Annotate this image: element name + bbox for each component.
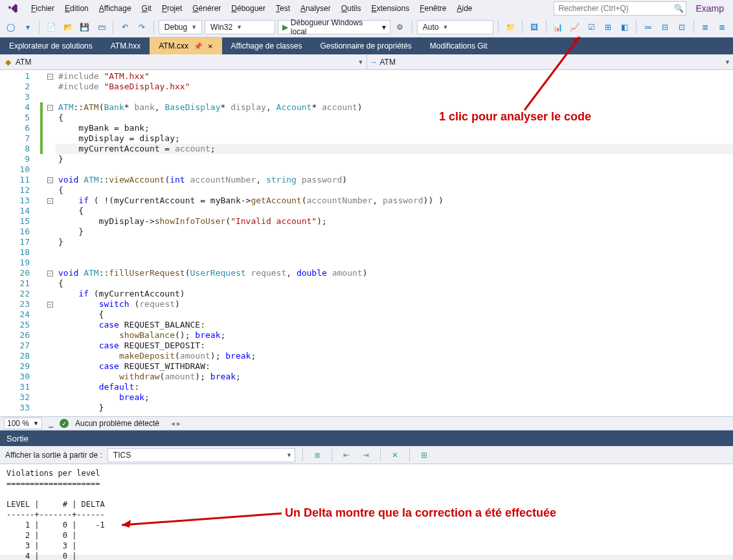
menu-bar: FichierEditionAffichageGitProjetGénérerD… (0, 0, 733, 17)
redo-icon[interactable]: ↷ (135, 20, 149, 34)
tool-icon-8[interactable]: ⊡ (675, 20, 689, 34)
output-title-bar: Sortie (0, 431, 733, 446)
search-icon[interactable]: 🔍 (671, 4, 686, 13)
editor-nav-bar: ◆ ATM ▼ → ATM ▼ (0, 54, 733, 70)
output-btn-2[interactable]: ⇤ (339, 448, 354, 462)
line-numbers: 1234567891011121314151617181920212223242… (0, 70, 39, 416)
play-icon: ▶ (282, 23, 288, 32)
tab-explorateur-de-solutions[interactable]: Explorateur de solutions (0, 38, 102, 54)
menu-générer[interactable]: Générer (187, 2, 226, 15)
output-text[interactable]: Violations per level ===================… (0, 464, 733, 555)
issue-text: Aucun problème détecté (75, 419, 159, 428)
output-btn-5[interactable]: ⊞ (417, 448, 431, 462)
nav-member-combo[interactable]: → ATM ▼ (367, 54, 734, 69)
analyze-icon-2[interactable]: 📈 (567, 20, 581, 34)
platform-combo[interactable]: Win32▼ (205, 20, 275, 34)
tool-icon-9[interactable]: ≣ (699, 20, 713, 34)
save-icon[interactable]: 💾 (78, 20, 92, 34)
undo-icon[interactable]: ↶ (118, 20, 132, 34)
document-tabs: Explorateur de solutionsATM.hxxATM.cxx📌×… (0, 38, 733, 54)
arrow-icon: → (370, 58, 378, 67)
tool-icon-7[interactable]: ⊟ (658, 20, 672, 34)
output-source-combo[interactable]: TICS▼ (107, 448, 295, 462)
divider: ⎯ (49, 419, 53, 428)
nav-scope-combo[interactable]: ◆ ATM ▼ (0, 54, 367, 69)
debug-settings-icon[interactable]: ⚙ (393, 20, 407, 34)
code-editor[interactable]: 1234567891011121314151617181920212223242… (0, 70, 733, 416)
output-from-label: Afficher la sortie à partir de : (5, 451, 102, 460)
tab-modifications-git[interactable]: Modifications Git (421, 38, 497, 54)
tab-gestionnaire-de-propriétés[interactable]: Gestionnaire de propriétés (311, 38, 420, 54)
menu-analyser[interactable]: Analyser (295, 2, 336, 15)
search-input[interactable] (554, 4, 671, 13)
menu-extensions[interactable]: Extensions (366, 2, 414, 15)
menu-fenêtre[interactable]: Fenêtre (414, 2, 451, 15)
output-toolbar: Afficher la sortie à partir de : TICS▼ ≣… (0, 446, 733, 464)
zoom-combo[interactable]: 100 %▼ (4, 418, 42, 429)
code-content[interactable]: #include "ATM.hxx"#include "BaseDisplay.… (56, 70, 733, 416)
config-combo[interactable]: Debug▼ (159, 20, 202, 34)
output-btn-3[interactable]: ⇥ (359, 448, 373, 462)
main-toolbar: ◯ ▾ 📄 📂 💾 🗃 ↶ ↷ Debug▼ Win32▼ ▶ Débogueu… (0, 17, 733, 38)
editor-status-bar: 100 %▼ ⎯ ✓ Aucun problème détecté ◂ ▸ (0, 416, 733, 431)
tool-icon-5[interactable]: ◧ (618, 20, 632, 34)
open-icon[interactable]: 📂 (61, 20, 75, 34)
nav-back-icon[interactable]: ◯ (4, 20, 18, 34)
change-marks (39, 70, 44, 416)
menu-outils[interactable]: Outils (336, 2, 366, 15)
menu-git[interactable]: Git (137, 2, 157, 15)
auto-combo[interactable]: Auto▼ (417, 20, 494, 34)
vs-logo-icon (5, 1, 21, 16)
menu-aide[interactable]: Aide (452, 2, 478, 15)
global-search[interactable]: 🔍 (554, 1, 686, 16)
menu-edition[interactable]: Edition (60, 2, 94, 15)
start-debug-button[interactable]: ▶ Débogueur Windows local ▾ (278, 20, 390, 34)
brand-text: Examp (692, 3, 728, 14)
tool-icon-2[interactable]: 🖼 (527, 20, 541, 34)
tool-icon-3[interactable]: ☑ (584, 20, 598, 34)
save-all-icon[interactable]: 🗃 (95, 20, 109, 34)
tool-icon-4[interactable]: ⊞ (601, 20, 615, 34)
class-icon: ◆ (3, 57, 13, 67)
tab-atm.cxx[interactable]: ATM.cxx📌× (150, 38, 221, 54)
tab-affichage-de-classes[interactable]: Affichage de classes (222, 38, 311, 54)
new-project-icon[interactable]: 📄 (44, 20, 58, 34)
fold-column[interactable]: −−−−−− (44, 70, 56, 416)
analyze-icon-1[interactable]: 📊 (551, 20, 565, 34)
nav-fwd-icon[interactable]: ▾ (21, 20, 35, 34)
check-icon: ✓ (60, 419, 69, 428)
menu-fichier[interactable]: Fichier (26, 2, 60, 15)
tab-atm.hxx[interactable]: ATM.hxx (102, 38, 150, 54)
close-icon[interactable]: × (208, 41, 213, 51)
tool-icon-10[interactable]: ≣ (715, 20, 729, 34)
pin-icon[interactable]: 📌 (194, 42, 203, 50)
menu-déboguer[interactable]: Déboguer (226, 2, 271, 15)
output-btn-1[interactable]: ≣ (310, 448, 324, 462)
menu-test[interactable]: Test (271, 2, 295, 15)
menu-affichage[interactable]: Affichage (94, 2, 137, 15)
menu-projet[interactable]: Projet (157, 2, 187, 15)
nav-issues-icon[interactable]: ◂ ▸ (171, 419, 181, 428)
tool-icon-6[interactable]: ≔ (641, 20, 655, 34)
output-btn-4[interactable]: ✕ (388, 448, 402, 462)
chevron-down-icon[interactable]: ▾ (382, 23, 386, 32)
tool-icon-1[interactable]: 📁 (503, 20, 517, 34)
